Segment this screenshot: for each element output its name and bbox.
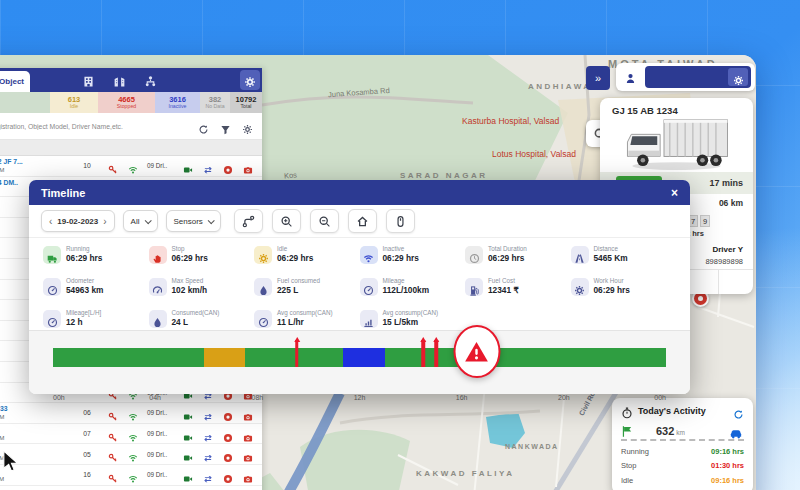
driver-label[interactable]: 09 Dri.. (147, 162, 173, 169)
vehicle-row[interactable]: 59 - UI-HHK 19-03-2024 04:09:00 AM 18 09… (0, 486, 262, 490)
vehicle-row[interactable]: Laptop - 91 20-03-2024 09:20:55 AM 16 09… (0, 465, 262, 486)
axis-tick: 12h (354, 394, 366, 401)
key-icon[interactable] (108, 470, 118, 480)
driver-label[interactable]: 09 Dri.. (147, 409, 173, 416)
zoomout-icon[interactable] (310, 209, 339, 233)
chevron-down-icon (144, 217, 151, 224)
activity-row: Idle 09:16 hrs (621, 476, 744, 485)
gear-icon[interactable] (240, 70, 260, 90)
axis-tick: 00h (654, 394, 666, 401)
video-icon[interactable] (183, 161, 193, 171)
status-count[interactable]: 3616Inactive (155, 92, 200, 113)
record-icon[interactable] (223, 470, 233, 480)
camera-icon[interactable] (243, 429, 253, 439)
video-icon[interactable] (183, 470, 193, 480)
video-icon[interactable] (183, 408, 193, 418)
video-icon[interactable] (183, 429, 193, 439)
wifi-icon[interactable] (128, 408, 138, 418)
home-icon[interactable] (348, 209, 377, 233)
route-swap-icon[interactable] (203, 449, 213, 459)
eta-value: 17 mins (709, 178, 743, 188)
prev-day-icon[interactable]: ‹ (49, 216, 52, 227)
route-swap-icon[interactable] (203, 408, 213, 418)
next-day-icon[interactable]: › (103, 216, 106, 227)
mouse-icon[interactable] (386, 209, 415, 233)
video-icon[interactable] (183, 449, 193, 459)
wifi-icon[interactable] (128, 449, 138, 459)
sensors-dropdown[interactable]: Sensors (166, 210, 221, 232)
tab-object[interactable]: Object (0, 71, 30, 92)
search-input[interactable] (0, 123, 187, 130)
event-marker-icon[interactable] (422, 340, 426, 367)
status-count[interactable] (0, 92, 50, 113)
settings-icon[interactable] (242, 121, 253, 132)
close-icon[interactable]: × (671, 186, 678, 200)
activity-title: Today's Activity (638, 406, 706, 416)
camera-icon[interactable] (243, 470, 253, 480)
axis-tick: 08h (251, 394, 263, 401)
zoomin-icon[interactable] (272, 209, 301, 233)
person-pin-icon[interactable] (624, 71, 637, 84)
key-icon[interactable] (108, 429, 118, 439)
group-header[interactable]: Company (0, 140, 262, 156)
status-count[interactable]: 10792Total (230, 92, 262, 113)
route-icon[interactable] (234, 209, 263, 233)
driver-label[interactable]: 09 Dri.. (147, 471, 173, 478)
driver-label[interactable]: 09 Dri.. (147, 451, 173, 458)
event-marker-icon[interactable] (295, 340, 299, 367)
wifi-icon[interactable] (128, 429, 138, 439)
building-icon[interactable] (82, 74, 95, 87)
axis-tick: 16h (456, 394, 468, 401)
gear-icon[interactable] (728, 68, 748, 86)
record-icon[interactable] (223, 408, 233, 418)
chevron-down-icon (208, 217, 215, 224)
search-bar (0, 113, 262, 140)
camera-icon[interactable] (243, 449, 253, 459)
vehicle-name[interactable]: Diesel Tanker MH.12 JF 7... (0, 158, 76, 166)
vehicle-name[interactable]: PL - Tanker MH. 40. 33 (0, 405, 76, 413)
wifi-icon[interactable] (128, 161, 138, 171)
event-marker-icon[interactable] (434, 340, 438, 367)
record-icon[interactable] (223, 161, 233, 171)
record-icon[interactable] (223, 429, 233, 439)
filter-icon[interactable] (220, 121, 231, 132)
filter-all-dropdown[interactable]: All (123, 210, 158, 232)
car-icon (728, 425, 744, 437)
date-picker[interactable]: ‹ 19-02-2023 › (41, 210, 115, 232)
key-icon[interactable] (108, 449, 118, 459)
key-icon[interactable] (108, 161, 118, 171)
camera-icon[interactable] (243, 161, 253, 171)
status-count[interactable]: 382No Data (200, 92, 230, 113)
vehicle-row[interactable]: Tire01-900 21-03-2024 05:30:02 PM 05 09 … (0, 444, 262, 465)
status-count[interactable]: 4665Stopped (98, 92, 155, 113)
topbar-field[interactable] (645, 66, 751, 88)
hand-icon (149, 246, 167, 264)
hierarchy-icon[interactable] (144, 74, 157, 87)
mouse-cursor (2, 450, 20, 472)
route-swap-icon[interactable] (203, 470, 213, 480)
alert-badge-icon[interactable] (453, 325, 500, 378)
collapse-panel-button[interactable]: » (586, 66, 610, 90)
status-count[interactable]: 613Idle (50, 92, 98, 113)
timeline-bar[interactable]: 00h04h08h12h16h20h00h (53, 348, 666, 367)
timeline-segment-idle[interactable] (204, 348, 245, 367)
cog-icon (254, 246, 272, 264)
route-swap-icon[interactable] (203, 429, 213, 439)
vehicle-row[interactable]: Diesel Tanker MH.12 JF 7... 21-07-2025 0… (0, 156, 262, 177)
timeline-segment-inactive[interactable] (343, 348, 385, 367)
record-icon[interactable] (223, 449, 233, 459)
vehicle-datetime: 20-03-2024 09:20:55 AM (0, 475, 76, 482)
truck-image (614, 114, 739, 172)
vehicle-row[interactable]: MH-KL00 - 42 21-03-2024 03:45:05 PM 07 0… (0, 424, 262, 445)
refresh-icon[interactable] (733, 406, 744, 417)
driver-phone: 898989898 (705, 257, 743, 266)
vehicle-row[interactable]: PL - Tanker MH. 40. 33 30-03-2024 09:02:… (0, 403, 262, 424)
apartments-icon[interactable] (113, 74, 126, 87)
camera-icon[interactable] (243, 408, 253, 418)
key-icon[interactable] (108, 408, 118, 418)
wifi-icon[interactable] (128, 470, 138, 480)
vehicle-name[interactable]: MH-KL00 - 42 (0, 426, 76, 434)
refresh-icon[interactable] (198, 121, 209, 132)
route-swap-icon[interactable] (203, 161, 213, 171)
driver-label[interactable]: 09 Dri.. (147, 430, 173, 437)
